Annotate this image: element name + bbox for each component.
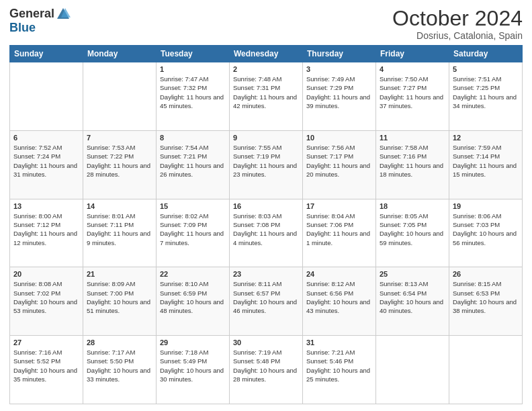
weekday-header-friday: Friday — [376, 46, 449, 62]
sunset-text: Sunset: 7:19 PM — [233, 152, 280, 160]
daylight-text: Daylight: 11 hours and 31 minutes. — [13, 162, 77, 178]
day-number: 16 — [233, 202, 299, 210]
day-info: Sunrise: 8:09 AMSunset: 7:00 PMDaylight:… — [87, 279, 152, 315]
sunrise-text: Sunrise: 8:05 AM — [380, 212, 428, 220]
calendar-cell: 31Sunrise: 7:21 AMSunset: 5:46 PMDayligh… — [303, 336, 376, 404]
sunrise-text: Sunrise: 8:09 AM — [87, 280, 135, 287]
day-info: Sunrise: 7:51 AMSunset: 7:25 PMDaylight:… — [453, 75, 519, 110]
sunset-text: Sunset: 7:08 PM — [233, 221, 280, 228]
calendar-week-4: 20Sunrise: 8:08 AMSunset: 7:02 PMDayligh… — [10, 267, 523, 336]
daylight-text: Daylight: 11 hours and 15 minutes. — [453, 162, 517, 178]
calendar-cell: 24Sunrise: 8:12 AMSunset: 6:56 PMDayligh… — [303, 267, 376, 336]
daylight-text: Daylight: 10 hours and 51 minutes. — [87, 298, 150, 314]
daylight-text: Daylight: 11 hours and 9 minutes. — [87, 230, 150, 246]
daylight-text: Daylight: 11 hours and 26 minutes. — [160, 162, 224, 178]
sunset-text: Sunset: 7:12 PM — [13, 221, 60, 228]
title-block: October 2024 Dosrius, Catalonia, Spain — [392, 7, 523, 41]
sunrise-text: Sunrise: 7:52 AM — [13, 144, 62, 151]
day-number: 25 — [380, 270, 445, 278]
sunrise-text: Sunrise: 7:51 AM — [453, 75, 501, 83]
calendar-cell: 8Sunrise: 7:54 AMSunset: 7:21 PMDaylight… — [157, 130, 230, 199]
day-number: 8 — [160, 134, 226, 142]
calendar-cell — [10, 62, 83, 131]
day-number: 20 — [13, 270, 79, 278]
sunset-text: Sunset: 5:49 PM — [160, 357, 207, 365]
sunrise-text: Sunrise: 8:13 AM — [380, 280, 428, 287]
day-number: 4 — [380, 65, 445, 73]
month-title: October 2024 — [392, 7, 523, 30]
day-number: 27 — [13, 338, 79, 347]
sunrise-text: Sunrise: 7:59 AM — [453, 144, 501, 151]
day-number: 13 — [13, 202, 79, 210]
sunset-text: Sunset: 7:16 PM — [380, 152, 427, 160]
sunset-text: Sunset: 7:03 PM — [453, 221, 500, 228]
daylight-text: Daylight: 11 hours and 39 minutes. — [306, 93, 370, 109]
weekday-header-wednesday: Wednesday — [230, 46, 303, 62]
day-info: Sunrise: 8:10 AMSunset: 6:59 PMDaylight:… — [160, 279, 226, 315]
daylight-text: Daylight: 10 hours and 35 minutes. — [13, 367, 77, 383]
day-info: Sunrise: 7:47 AMSunset: 7:32 PMDaylight:… — [160, 75, 226, 110]
calendar-cell: 20Sunrise: 8:08 AMSunset: 7:02 PMDayligh… — [10, 267, 83, 336]
day-info: Sunrise: 8:11 AMSunset: 6:57 PMDaylight:… — [233, 279, 299, 315]
day-info: Sunrise: 7:48 AMSunset: 7:31 PMDaylight:… — [233, 75, 299, 110]
day-number: 21 — [87, 270, 152, 278]
day-info: Sunrise: 7:55 AMSunset: 7:19 PMDaylight:… — [233, 143, 299, 179]
calendar-cell: 12Sunrise: 7:59 AMSunset: 7:14 PMDayligh… — [449, 130, 523, 199]
daylight-text: Daylight: 10 hours and 46 minutes. — [233, 298, 297, 314]
sunrise-text: Sunrise: 8:12 AM — [306, 280, 355, 287]
calendar-cell: 2Sunrise: 7:48 AMSunset: 7:31 PMDaylight… — [230, 62, 303, 131]
sunset-text: Sunset: 6:53 PM — [453, 289, 500, 297]
daylight-text: Daylight: 10 hours and 56 minutes. — [453, 230, 517, 246]
day-info: Sunrise: 8:08 AMSunset: 7:02 PMDaylight:… — [13, 279, 79, 315]
sunset-text: Sunset: 7:11 PM — [87, 221, 134, 228]
daylight-text: Daylight: 11 hours and 20 minutes. — [306, 162, 370, 178]
sunset-text: Sunset: 7:22 PM — [87, 152, 134, 160]
calendar-cell: 13Sunrise: 8:00 AMSunset: 7:12 PMDayligh… — [10, 199, 83, 267]
calendar-cell: 18Sunrise: 8:05 AMSunset: 7:05 PMDayligh… — [376, 199, 449, 267]
sunset-text: Sunset: 7:02 PM — [13, 289, 60, 297]
sunset-text: Sunset: 5:52 PM — [13, 357, 60, 365]
sunset-text: Sunset: 7:25 PM — [453, 84, 500, 91]
calendar: SundayMondayTuesdayWednesdayThursdayFrid… — [9, 45, 523, 404]
daylight-text: Daylight: 11 hours and 18 minutes. — [380, 162, 443, 178]
day-info: Sunrise: 8:03 AMSunset: 7:08 PMDaylight:… — [233, 212, 299, 247]
sunset-text: Sunset: 6:54 PM — [380, 289, 427, 297]
sunrise-text: Sunrise: 7:19 AM — [233, 349, 281, 356]
daylight-text: Daylight: 11 hours and 28 minutes. — [87, 162, 150, 178]
daylight-text: Daylight: 10 hours and 33 minutes. — [87, 367, 150, 383]
day-number: 14 — [87, 202, 152, 210]
daylight-text: Daylight: 11 hours and 37 minutes. — [380, 93, 443, 109]
day-info: Sunrise: 7:59 AMSunset: 7:14 PMDaylight:… — [453, 143, 519, 179]
day-info: Sunrise: 8:06 AMSunset: 7:03 PMDaylight:… — [453, 212, 519, 247]
daylight-text: Daylight: 11 hours and 23 minutes. — [233, 162, 297, 178]
sunrise-text: Sunrise: 8:02 AM — [160, 212, 208, 220]
day-number: 28 — [87, 338, 152, 347]
sunrise-text: Sunrise: 7:17 AM — [87, 349, 135, 356]
day-info: Sunrise: 7:58 AMSunset: 7:16 PMDaylight:… — [380, 143, 445, 179]
day-info: Sunrise: 8:05 AMSunset: 7:05 PMDaylight:… — [380, 212, 445, 247]
sunrise-text: Sunrise: 7:50 AM — [380, 75, 428, 83]
day-number: 29 — [160, 338, 226, 347]
sunrise-text: Sunrise: 7:48 AM — [233, 75, 281, 83]
calendar-cell: 30Sunrise: 7:19 AMSunset: 5:48 PMDayligh… — [230, 336, 303, 404]
sunset-text: Sunset: 5:50 PM — [87, 357, 134, 365]
day-info: Sunrise: 7:17 AMSunset: 5:50 PMDaylight:… — [87, 348, 152, 383]
daylight-text: Daylight: 11 hours and 45 minutes. — [160, 93, 224, 109]
logo-icon — [56, 7, 71, 21]
weekday-header-saturday: Saturday — [449, 46, 523, 62]
weekday-header-tuesday: Tuesday — [157, 46, 230, 62]
calendar-cell: 28Sunrise: 7:17 AMSunset: 5:50 PMDayligh… — [83, 336, 157, 404]
day-info: Sunrise: 7:19 AMSunset: 5:48 PMDaylight:… — [233, 348, 299, 383]
daylight-text: Daylight: 11 hours and 34 minutes. — [453, 93, 517, 109]
calendar-cell: 25Sunrise: 8:13 AMSunset: 6:54 PMDayligh… — [376, 267, 449, 336]
day-number: 11 — [380, 134, 445, 142]
sunrise-text: Sunrise: 7:56 AM — [306, 144, 355, 151]
day-info: Sunrise: 7:53 AMSunset: 7:22 PMDaylight:… — [87, 143, 152, 179]
day-number: 22 — [160, 270, 226, 278]
day-number: 17 — [306, 202, 372, 210]
calendar-table: SundayMondayTuesdayWednesdayThursdayFrid… — [9, 45, 523, 404]
sunset-text: Sunset: 7:29 PM — [306, 84, 353, 91]
daylight-text: Daylight: 10 hours and 59 minutes. — [380, 230, 443, 246]
calendar-cell: 1Sunrise: 7:47 AMSunset: 7:32 PMDaylight… — [157, 62, 230, 131]
day-info: Sunrise: 8:15 AMSunset: 6:53 PMDaylight:… — [453, 279, 519, 315]
